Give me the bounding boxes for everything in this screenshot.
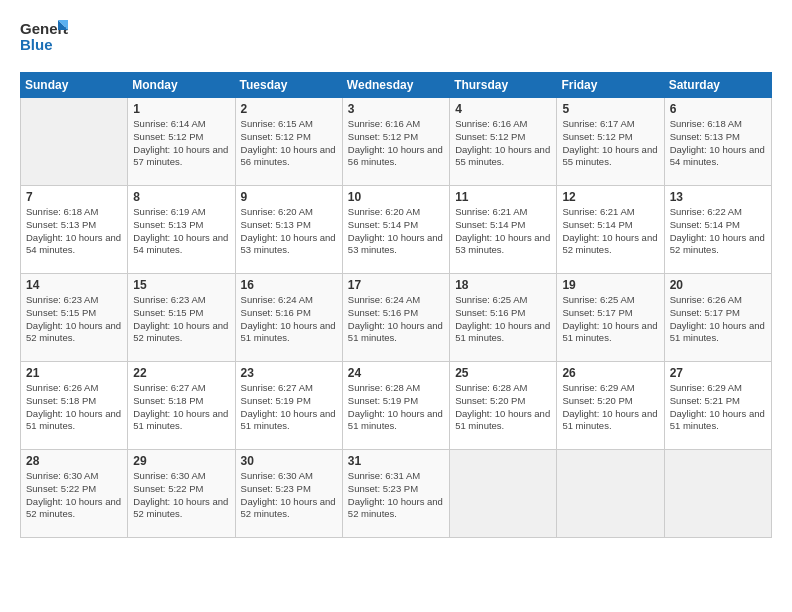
calendar-cell: 9Sunrise: 6:20 AMSunset: 5:13 PMDaylight… xyxy=(235,186,342,274)
calendar-cell: 19Sunrise: 6:25 AMSunset: 5:17 PMDayligh… xyxy=(557,274,664,362)
calendar-week-row: 21Sunrise: 6:26 AMSunset: 5:18 PMDayligh… xyxy=(21,362,772,450)
day-info: Sunrise: 6:30 AMSunset: 5:23 PMDaylight:… xyxy=(241,470,337,521)
day-info: Sunrise: 6:29 AMSunset: 5:20 PMDaylight:… xyxy=(562,382,658,433)
calendar-week-row: 28Sunrise: 6:30 AMSunset: 5:22 PMDayligh… xyxy=(21,450,772,538)
day-info: Sunrise: 6:30 AMSunset: 5:22 PMDaylight:… xyxy=(26,470,122,521)
day-number: 16 xyxy=(241,278,337,292)
day-number: 2 xyxy=(241,102,337,116)
calendar-cell: 3Sunrise: 6:16 AMSunset: 5:12 PMDaylight… xyxy=(342,98,449,186)
calendar-cell: 23Sunrise: 6:27 AMSunset: 5:19 PMDayligh… xyxy=(235,362,342,450)
day-info: Sunrise: 6:28 AMSunset: 5:19 PMDaylight:… xyxy=(348,382,444,433)
day-info: Sunrise: 6:29 AMSunset: 5:21 PMDaylight:… xyxy=(670,382,766,433)
day-info: Sunrise: 6:16 AMSunset: 5:12 PMDaylight:… xyxy=(455,118,551,169)
dow-header: Friday xyxy=(557,73,664,98)
dow-header: Tuesday xyxy=(235,73,342,98)
day-number: 5 xyxy=(562,102,658,116)
calendar-cell xyxy=(557,450,664,538)
calendar-table: SundayMondayTuesdayWednesdayThursdayFrid… xyxy=(20,72,772,538)
day-number: 29 xyxy=(133,454,229,468)
day-number: 22 xyxy=(133,366,229,380)
day-info: Sunrise: 6:27 AMSunset: 5:19 PMDaylight:… xyxy=(241,382,337,433)
calendar-cell: 8Sunrise: 6:19 AMSunset: 5:13 PMDaylight… xyxy=(128,186,235,274)
calendar-cell: 4Sunrise: 6:16 AMSunset: 5:12 PMDaylight… xyxy=(450,98,557,186)
day-info: Sunrise: 6:25 AMSunset: 5:17 PMDaylight:… xyxy=(562,294,658,345)
day-info: Sunrise: 6:26 AMSunset: 5:18 PMDaylight:… xyxy=(26,382,122,433)
day-info: Sunrise: 6:31 AMSunset: 5:23 PMDaylight:… xyxy=(348,470,444,521)
day-number: 7 xyxy=(26,190,122,204)
day-number: 14 xyxy=(26,278,122,292)
day-info: Sunrise: 6:17 AMSunset: 5:12 PMDaylight:… xyxy=(562,118,658,169)
day-info: Sunrise: 6:15 AMSunset: 5:12 PMDaylight:… xyxy=(241,118,337,169)
day-number: 23 xyxy=(241,366,337,380)
day-info: Sunrise: 6:20 AMSunset: 5:14 PMDaylight:… xyxy=(348,206,444,257)
dow-header: Monday xyxy=(128,73,235,98)
calendar-cell: 27Sunrise: 6:29 AMSunset: 5:21 PMDayligh… xyxy=(664,362,771,450)
day-info: Sunrise: 6:24 AMSunset: 5:16 PMDaylight:… xyxy=(241,294,337,345)
day-info: Sunrise: 6:26 AMSunset: 5:17 PMDaylight:… xyxy=(670,294,766,345)
calendar-cell: 29Sunrise: 6:30 AMSunset: 5:22 PMDayligh… xyxy=(128,450,235,538)
day-number: 27 xyxy=(670,366,766,380)
calendar-cell: 28Sunrise: 6:30 AMSunset: 5:22 PMDayligh… xyxy=(21,450,128,538)
calendar-cell: 25Sunrise: 6:28 AMSunset: 5:20 PMDayligh… xyxy=(450,362,557,450)
calendar-cell: 22Sunrise: 6:27 AMSunset: 5:18 PMDayligh… xyxy=(128,362,235,450)
day-info: Sunrise: 6:19 AMSunset: 5:13 PMDaylight:… xyxy=(133,206,229,257)
dow-header: Wednesday xyxy=(342,73,449,98)
calendar-cell: 31Sunrise: 6:31 AMSunset: 5:23 PMDayligh… xyxy=(342,450,449,538)
calendar-cell: 11Sunrise: 6:21 AMSunset: 5:14 PMDayligh… xyxy=(450,186,557,274)
day-number: 17 xyxy=(348,278,444,292)
day-info: Sunrise: 6:18 AMSunset: 5:13 PMDaylight:… xyxy=(670,118,766,169)
day-number: 30 xyxy=(241,454,337,468)
day-number: 31 xyxy=(348,454,444,468)
day-number: 21 xyxy=(26,366,122,380)
days-of-week-row: SundayMondayTuesdayWednesdayThursdayFrid… xyxy=(21,73,772,98)
day-number: 24 xyxy=(348,366,444,380)
day-info: Sunrise: 6:18 AMSunset: 5:13 PMDaylight:… xyxy=(26,206,122,257)
logo: General Blue xyxy=(20,16,68,64)
calendar-cell: 12Sunrise: 6:21 AMSunset: 5:14 PMDayligh… xyxy=(557,186,664,274)
calendar-cell xyxy=(450,450,557,538)
day-info: Sunrise: 6:21 AMSunset: 5:14 PMDaylight:… xyxy=(455,206,551,257)
dow-header: Sunday xyxy=(21,73,128,98)
calendar-cell: 5Sunrise: 6:17 AMSunset: 5:12 PMDaylight… xyxy=(557,98,664,186)
calendar-body: 1Sunrise: 6:14 AMSunset: 5:12 PMDaylight… xyxy=(21,98,772,538)
calendar-cell xyxy=(21,98,128,186)
dow-header: Thursday xyxy=(450,73,557,98)
day-info: Sunrise: 6:27 AMSunset: 5:18 PMDaylight:… xyxy=(133,382,229,433)
calendar-cell: 15Sunrise: 6:23 AMSunset: 5:15 PMDayligh… xyxy=(128,274,235,362)
day-info: Sunrise: 6:22 AMSunset: 5:14 PMDaylight:… xyxy=(670,206,766,257)
calendar-cell: 14Sunrise: 6:23 AMSunset: 5:15 PMDayligh… xyxy=(21,274,128,362)
calendar-cell: 26Sunrise: 6:29 AMSunset: 5:20 PMDayligh… xyxy=(557,362,664,450)
day-number: 25 xyxy=(455,366,551,380)
calendar-cell: 16Sunrise: 6:24 AMSunset: 5:16 PMDayligh… xyxy=(235,274,342,362)
calendar-cell: 10Sunrise: 6:20 AMSunset: 5:14 PMDayligh… xyxy=(342,186,449,274)
day-number: 12 xyxy=(562,190,658,204)
day-number: 19 xyxy=(562,278,658,292)
day-number: 4 xyxy=(455,102,551,116)
calendar-cell: 13Sunrise: 6:22 AMSunset: 5:14 PMDayligh… xyxy=(664,186,771,274)
calendar-page: General Blue SundayMondayTuesdayWednesda… xyxy=(0,0,792,612)
day-info: Sunrise: 6:21 AMSunset: 5:14 PMDaylight:… xyxy=(562,206,658,257)
calendar-week-row: 1Sunrise: 6:14 AMSunset: 5:12 PMDaylight… xyxy=(21,98,772,186)
day-number: 6 xyxy=(670,102,766,116)
day-info: Sunrise: 6:23 AMSunset: 5:15 PMDaylight:… xyxy=(26,294,122,345)
day-number: 10 xyxy=(348,190,444,204)
day-info: Sunrise: 6:23 AMSunset: 5:15 PMDaylight:… xyxy=(133,294,229,345)
calendar-cell: 2Sunrise: 6:15 AMSunset: 5:12 PMDaylight… xyxy=(235,98,342,186)
day-number: 8 xyxy=(133,190,229,204)
day-number: 18 xyxy=(455,278,551,292)
day-number: 20 xyxy=(670,278,766,292)
calendar-cell: 30Sunrise: 6:30 AMSunset: 5:23 PMDayligh… xyxy=(235,450,342,538)
calendar-cell: 18Sunrise: 6:25 AMSunset: 5:16 PMDayligh… xyxy=(450,274,557,362)
day-info: Sunrise: 6:24 AMSunset: 5:16 PMDaylight:… xyxy=(348,294,444,345)
calendar-week-row: 7Sunrise: 6:18 AMSunset: 5:13 PMDaylight… xyxy=(21,186,772,274)
day-info: Sunrise: 6:16 AMSunset: 5:12 PMDaylight:… xyxy=(348,118,444,169)
calendar-cell xyxy=(664,450,771,538)
day-number: 13 xyxy=(670,190,766,204)
calendar-cell: 1Sunrise: 6:14 AMSunset: 5:12 PMDaylight… xyxy=(128,98,235,186)
day-number: 9 xyxy=(241,190,337,204)
calendar-cell: 24Sunrise: 6:28 AMSunset: 5:19 PMDayligh… xyxy=(342,362,449,450)
dow-header: Saturday xyxy=(664,73,771,98)
calendar-cell: 21Sunrise: 6:26 AMSunset: 5:18 PMDayligh… xyxy=(21,362,128,450)
day-info: Sunrise: 6:28 AMSunset: 5:20 PMDaylight:… xyxy=(455,382,551,433)
day-info: Sunrise: 6:25 AMSunset: 5:16 PMDaylight:… xyxy=(455,294,551,345)
